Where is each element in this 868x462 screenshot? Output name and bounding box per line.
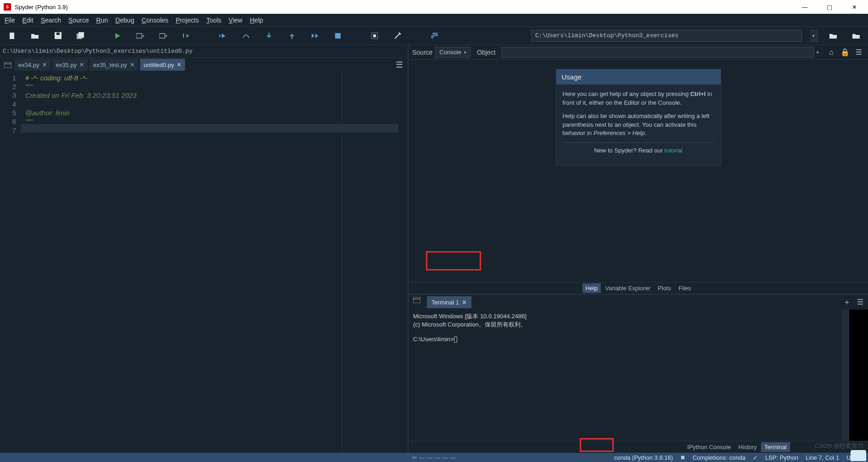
editor-tab[interactable]: untitled0.py✕ bbox=[140, 59, 185, 71]
terminal-line: Microsoft Windows [版本 10.0.19044.2486] bbox=[413, 312, 837, 321]
pane-tab-files[interactable]: Files bbox=[675, 283, 694, 293]
continue-icon[interactable] bbox=[308, 29, 322, 42]
spyder-app-icon: S bbox=[4, 3, 11, 11]
close-icon[interactable]: ✕ bbox=[42, 62, 47, 68]
object-input[interactable] bbox=[501, 47, 814, 58]
terminal-scrollbar[interactable] bbox=[841, 310, 849, 441]
terminal-tab[interactable]: Terminal 1✕ bbox=[427, 296, 471, 308]
status-cut-indicator: ✂ — — — — — bbox=[412, 454, 455, 461]
usage-p1: Here you can get help of any object by p… bbox=[563, 90, 714, 107]
terminal-pane: Terminal 1✕ ＋ ☰ Microsoft Windows [版本 10… bbox=[409, 294, 868, 453]
close-icon[interactable]: ✕ bbox=[79, 62, 84, 68]
help-toolbar: Source Console▾ Object ▾ ⌂ 🔒 ☰ bbox=[409, 45, 868, 60]
status-position[interactable]: Line 7, Col 1 bbox=[806, 454, 839, 461]
pane-tab-help[interactable]: Help bbox=[582, 283, 601, 293]
pane-tab-plots[interactable]: Plots bbox=[655, 283, 674, 293]
debug-icon[interactable] bbox=[216, 29, 230, 42]
svg-rect-13 bbox=[4, 62, 11, 68]
open-folder-icon[interactable] bbox=[28, 29, 42, 42]
usage-p2: Help can also be shown automatically aft… bbox=[563, 112, 714, 138]
menu-search[interactable]: Search bbox=[37, 15, 65, 26]
svg-point-12 bbox=[433, 33, 434, 34]
terminal-output[interactable]: Microsoft Windows [版本 10.0.19044.2486] (… bbox=[409, 310, 841, 441]
debug-step-icon[interactable] bbox=[239, 29, 253, 42]
add-terminal-icon[interactable]: ＋ bbox=[843, 298, 851, 307]
browse-dir-icon[interactable] bbox=[826, 29, 840, 42]
terminal-line: (c) Microsoft Corporation。保留所有权利。 bbox=[413, 321, 837, 329]
step-into-icon[interactable] bbox=[262, 29, 276, 42]
pane-tab-terminal[interactable]: Terminal bbox=[761, 442, 790, 452]
editor-tab[interactable]: ex35.py✕ bbox=[52, 59, 88, 71]
save-icon[interactable] bbox=[50, 29, 65, 42]
terminal-side-area bbox=[849, 310, 868, 441]
close-icon[interactable]: ✕ bbox=[130, 62, 134, 68]
parent-dir-icon[interactable] bbox=[849, 29, 863, 42]
menu-run[interactable]: Run bbox=[92, 15, 112, 26]
chat-bubble-icon[interactable] bbox=[851, 450, 866, 461]
editor-tab[interactable]: ex34.py✕ bbox=[15, 59, 50, 71]
svg-rect-8 bbox=[219, 34, 220, 37]
step-out-icon[interactable] bbox=[285, 29, 299, 42]
close-icon[interactable]: ✕ bbox=[177, 62, 181, 68]
main-area: C:\Users\limin\Desktop\Python3_exercises… bbox=[0, 45, 868, 453]
menu-debug[interactable]: Debug bbox=[112, 15, 138, 26]
home-icon[interactable]: ⌂ bbox=[826, 47, 837, 58]
titlebar: S Spyder (Python 3.9) — ▢ ✕ bbox=[0, 0, 868, 14]
lock-icon[interactable]: 🔒 bbox=[840, 47, 851, 58]
new-file-icon[interactable] bbox=[5, 29, 19, 42]
svg-rect-0 bbox=[10, 33, 14, 39]
menu-file[interactable]: File bbox=[1, 15, 19, 26]
editor-breadcrumb: C:\Users\limin\Desktop\Python3_exercises… bbox=[0, 45, 408, 58]
tutorial-link[interactable]: tutorial bbox=[665, 147, 683, 154]
python-path-icon[interactable] bbox=[427, 29, 442, 42]
terminal-prompt: C:\Users\limin> bbox=[413, 335, 837, 344]
minimize-button[interactable]: — bbox=[799, 4, 810, 11]
console-pane-tabs: IPython ConsoleHistoryTerminal bbox=[409, 441, 868, 453]
preferences-icon[interactable] bbox=[390, 29, 405, 42]
menu-tools[interactable]: Tools bbox=[202, 15, 225, 26]
working-dir-input[interactable]: C:\Users\limin\Desktop\Python3_exercises bbox=[531, 30, 802, 42]
status-conda[interactable]: conda (Python 3.9.16) bbox=[614, 454, 673, 461]
save-all-icon[interactable] bbox=[73, 29, 88, 42]
terminal-options-icon[interactable]: ☰ bbox=[857, 298, 863, 307]
usage-tutorial: New to Spyder? Read our tutorial bbox=[563, 146, 714, 155]
run-selection-icon[interactable]: I bbox=[179, 29, 194, 42]
menu-consoles[interactable]: Consoles bbox=[138, 15, 172, 26]
status-lsp[interactable]: LSP: Python bbox=[765, 454, 798, 461]
status-completions[interactable]: Completions: conda bbox=[693, 454, 745, 461]
editor-pane: C:\Users\limin\Desktop\Python3_exercises… bbox=[0, 45, 409, 453]
terminal-browse-icon[interactable] bbox=[413, 297, 423, 307]
pane-tab-variable-explorer[interactable]: Variable Explorer bbox=[602, 283, 654, 293]
pane-tab-ipython-console[interactable]: IPython Console bbox=[684, 442, 734, 452]
menu-projects[interactable]: Projects bbox=[172, 15, 203, 26]
tab-browse-icon[interactable] bbox=[3, 60, 13, 70]
editor-options-icon[interactable]: ☰ bbox=[396, 60, 403, 70]
maximize-button[interactable]: ▢ bbox=[824, 4, 835, 11]
close-icon[interactable]: ✕ bbox=[462, 299, 467, 306]
status-bar: ✂ — — — — — conda (Python 3.9.16) ✖ Comp… bbox=[0, 453, 868, 462]
object-label: Object bbox=[477, 49, 495, 56]
menu-help[interactable]: Help bbox=[246, 15, 267, 26]
main-toolbar: I C:\Users\limin\Desktop\Python3_exercis… bbox=[0, 27, 868, 45]
menu-edit[interactable]: Edit bbox=[19, 15, 37, 26]
help-options-icon[interactable]: ☰ bbox=[853, 47, 864, 58]
menu-source[interactable]: Source bbox=[65, 15, 92, 26]
svg-rect-11 bbox=[373, 34, 376, 37]
run-cell-advance-icon[interactable] bbox=[156, 29, 171, 42]
maximize-pane-icon[interactable] bbox=[367, 29, 382, 42]
stop-debug-icon[interactable] bbox=[330, 29, 345, 42]
svg-rect-15 bbox=[413, 297, 420, 303]
source-combo[interactable]: Console▾ bbox=[435, 47, 470, 58]
menu-view[interactable]: View bbox=[225, 15, 246, 26]
run-cell-icon[interactable] bbox=[133, 29, 148, 42]
editor-tab[interactable]: ex35_test.py✕ bbox=[90, 59, 138, 71]
working-dir-dropdown[interactable]: ▾ bbox=[810, 30, 818, 42]
code-area[interactable]: # -*- coding: utf-8 -*-"""Created on Fri… bbox=[21, 72, 408, 453]
usage-title: Usage bbox=[556, 69, 721, 85]
help-body: Usage Here you can get help of any objec… bbox=[409, 60, 868, 282]
pane-tab-history[interactable]: History bbox=[735, 442, 760, 452]
run-icon[interactable] bbox=[110, 29, 125, 42]
code-editor[interactable]: 1234567 # -*- coding: utf-8 -*-"""Create… bbox=[0, 72, 408, 453]
usage-card: Usage Here you can get help of any objec… bbox=[556, 69, 721, 166]
close-button[interactable]: ✕ bbox=[849, 4, 860, 11]
